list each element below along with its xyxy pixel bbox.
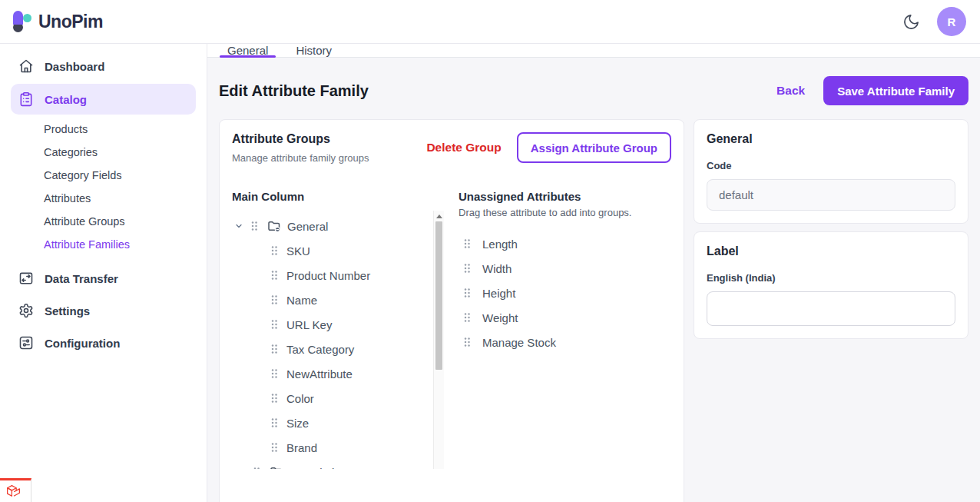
sidebar-item-data-transfer[interactable]: Data Transfer <box>0 262 207 294</box>
sidebar-item-category-fields[interactable]: Category Fields <box>0 164 207 187</box>
dark-mode-toggle[interactable] <box>902 13 920 31</box>
drag-handle-icon[interactable] <box>270 417 278 428</box>
tree-attribute-label: Size <box>286 417 309 430</box>
sidebar-item-attribute-groups[interactable]: Attribute Groups <box>0 210 207 233</box>
drag-handle-icon[interactable] <box>270 294 278 305</box>
attribute-groups-heading: Attribute Groups Manage attribute family… <box>232 132 369 164</box>
header-actions: R <box>902 7 966 36</box>
drag-handle-icon[interactable] <box>463 288 471 298</box>
tree-attribute-brand[interactable]: Brand <box>232 435 427 460</box>
sidebar-item-configuration[interactable]: Configuration <box>0 327 207 359</box>
sidebar-item-attribute-families[interactable]: Attribute Families <box>0 233 207 256</box>
sidebar-item-label: Configuration <box>45 337 120 350</box>
sidebar-item-settings[interactable]: Settings <box>0 294 207 327</box>
chevron-down-icon[interactable] <box>234 221 243 231</box>
drag-handle-icon[interactable] <box>250 221 258 231</box>
data-transfer-icon <box>18 271 34 286</box>
locale-label: English (India) <box>707 272 955 284</box>
attribute-groups-title: Attribute Groups <box>232 132 369 146</box>
tab-history[interactable]: History <box>288 44 339 57</box>
drag-handle-icon[interactable] <box>463 312 471 323</box>
tree-attribute-label: Brand <box>286 441 317 454</box>
drag-handle-icon[interactable] <box>463 263 471 274</box>
unassigned-attribute-weight[interactable]: Weight <box>459 305 671 330</box>
save-attribute-family-button[interactable]: Save Attribute Family <box>823 76 968 105</box>
delete-group-button[interactable]: Delete Group <box>426 141 501 155</box>
folder-icon <box>269 464 284 469</box>
unassigned-attributes-column: Unassigned Attributes Drag these attribu… <box>444 190 671 469</box>
avatar[interactable]: R <box>937 7 966 36</box>
tree-attribute-product-number[interactable]: Product Number <box>232 263 427 288</box>
scrollbar-thumb[interactable] <box>435 221 442 370</box>
attribute-groups-card: Attribute Groups Manage attribute family… <box>219 119 684 502</box>
unassigned-attribute-height[interactable]: Height <box>459 281 671 305</box>
unassigned-attribute-length[interactable]: Length <box>459 231 671 256</box>
drag-handle-icon[interactable] <box>270 319 278 330</box>
unassigned-attribute-manage-stock[interactable]: Manage Stock <box>459 330 671 354</box>
drag-handle-icon[interactable] <box>270 368 278 379</box>
sidebar-item-label: Settings <box>45 304 90 317</box>
tree-attribute-label: Tax Category <box>286 343 354 356</box>
tree-group-label: General <box>287 220 328 233</box>
moon-icon <box>902 13 920 31</box>
drag-handle-icon[interactable] <box>270 344 278 354</box>
tree-title: Main Column <box>232 190 444 203</box>
tree-attribute-sku[interactable]: SKU <box>232 238 427 263</box>
tree-attribute-tax-category[interactable]: Tax Category <box>232 337 427 361</box>
top-header: UnoPim R <box>0 0 980 44</box>
assign-attribute-group-button[interactable]: Assign Attribute Group <box>517 132 671 163</box>
label-card-title: Label <box>707 244 955 258</box>
main-content: General History Edit Attribute Family Ba… <box>207 44 980 502</box>
tree-attribute-color[interactable]: Color <box>232 386 427 411</box>
page-header: Edit Attribute Family Back Save Attribut… <box>207 58 980 119</box>
back-link[interactable]: Back <box>776 84 805 98</box>
tree-attribute-label: NewAttribute <box>286 367 353 381</box>
tab-general[interactable]: General <box>220 44 276 57</box>
laravel-debugbar[interactable] <box>0 478 31 502</box>
sidebar: Dashboard Catalog Products Categories Ca… <box>0 44 207 502</box>
tab-bar: General History <box>207 44 980 58</box>
unassigned-attribute-label: Manage Stock <box>482 336 556 349</box>
drag-handle-icon[interactable] <box>253 467 260 469</box>
sidebar-item-catalog[interactable]: Catalog <box>11 84 196 115</box>
tree-attribute-url-key[interactable]: URL Key <box>232 312 427 337</box>
tree-attribute-size[interactable]: Size <box>232 411 427 435</box>
sidebar-item-attributes[interactable]: Attributes <box>0 187 207 210</box>
unopim-logo-icon <box>11 10 34 33</box>
sidebar-item-categories[interactable]: Categories <box>0 141 207 164</box>
drag-handle-icon[interactable] <box>270 245 278 256</box>
gear-icon <box>18 303 34 318</box>
logo-text: UnoPim <box>38 12 103 32</box>
attribute-groups-subtitle: Manage attribute family groups <box>232 152 369 164</box>
unassigned-attribute-label: Length <box>482 238 518 251</box>
home-icon <box>18 58 34 74</box>
sidebar-item-products[interactable]: Products <box>0 118 207 141</box>
code-label: Code <box>707 160 955 171</box>
sidebar-item-label: Dashboard <box>45 60 104 73</box>
clipboard-icon <box>18 91 34 107</box>
tree-group-next-partial[interactable]: Description <box>232 460 427 469</box>
general-card-title: General <box>707 132 955 146</box>
drag-handle-icon[interactable] <box>270 270 278 281</box>
tree-group-label: Description <box>290 466 347 470</box>
folder-minus-icon <box>267 218 282 234</box>
label-input[interactable] <box>707 291 955 326</box>
scrollbar-up-arrow-icon[interactable] <box>436 214 442 218</box>
tree-attribute-label: URL Key <box>286 318 332 331</box>
laravel-icon <box>5 484 22 500</box>
drag-handle-icon[interactable] <box>270 393 278 404</box>
sliders-icon <box>18 335 34 351</box>
drag-handle-icon[interactable] <box>463 337 471 347</box>
code-input[interactable] <box>707 179 955 211</box>
tree-attribute-name[interactable]: Name <box>232 288 427 312</box>
label-card: Label English (India) <box>694 231 968 339</box>
tree-group-general[interactable]: General <box>232 214 427 238</box>
tree-scrollbar[interactable] <box>433 211 444 469</box>
group-tree-column: Main Column <box>232 190 444 469</box>
tree-attribute-newattribute[interactable]: NewAttribute <box>232 361 427 386</box>
drag-handle-icon[interactable] <box>270 442 278 453</box>
unopim-logo[interactable]: UnoPim <box>11 10 103 33</box>
unassigned-attribute-width[interactable]: Width <box>459 256 671 281</box>
sidebar-item-dashboard[interactable]: Dashboard <box>0 50 207 82</box>
drag-handle-icon[interactable] <box>463 238 471 249</box>
